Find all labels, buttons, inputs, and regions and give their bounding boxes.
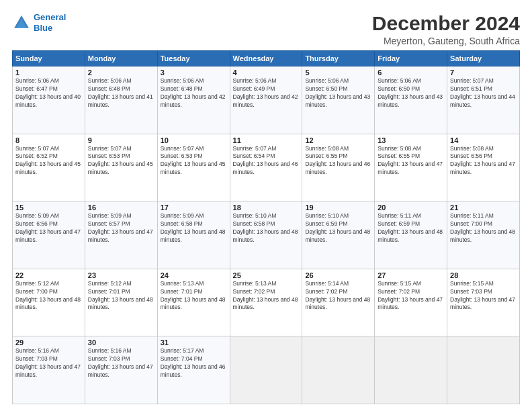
day-info: Sunrise: 5:13 AMSunset: 7:02 PMDaylight:… [233,280,300,312]
logo: General Blue [12,12,66,33]
day-number: 25 [233,271,300,279]
day-info: Sunrise: 5:10 AMSunset: 6:58 PMDaylight:… [233,212,300,244]
day-info: Sunrise: 5:07 AMSunset: 6:53 PMDaylight:… [161,145,227,177]
day-number: 21 [450,203,517,212]
day-number: 17 [161,203,227,212]
day-info: Sunrise: 5:10 AMSunset: 6:59 PMDaylight:… [305,212,371,244]
day-info: Sunrise: 5:06 AMSunset: 6:48 PMDaylight:… [161,77,227,109]
subtitle: Meyerton, Gauteng, South Africa [372,36,520,46]
calendar-cell [302,336,375,404]
day-info: Sunrise: 5:12 AMSunset: 7:01 PMDaylight:… [88,280,154,312]
day-number: 28 [450,271,517,279]
day-number: 30 [88,338,154,347]
day-number: 22 [15,271,82,279]
calendar-header-row: SundayMondayTuesdayWednesdayThursdayFrid… [13,51,520,66]
calendar-cell: 30Sunrise: 5:16 AMSunset: 7:03 PMDayligh… [85,336,157,404]
day-info: Sunrise: 5:09 AMSunset: 6:56 PMDaylight:… [15,212,82,244]
day-number: 13 [378,136,444,144]
day-number: 1 [15,68,82,77]
day-info: Sunrise: 5:16 AMSunset: 7:03 PMDaylight:… [15,347,82,379]
calendar-day-header: Thursday [302,51,375,66]
header: General Blue December 2024 Meyerton, Gau… [12,12,520,46]
calendar-day-header: Sunday [13,51,85,66]
calendar-cell: 1Sunrise: 5:06 AMSunset: 6:47 PMDaylight… [13,66,85,134]
day-info: Sunrise: 5:07 AMSunset: 6:53 PMDaylight:… [88,145,154,177]
day-number: 24 [161,271,227,279]
day-info: Sunrise: 5:13 AMSunset: 7:01 PMDaylight:… [161,280,227,312]
calendar-cell: 31Sunrise: 5:17 AMSunset: 7:04 PMDayligh… [157,336,230,404]
logo-text: General Blue [34,12,66,33]
calendar-cell: 17Sunrise: 5:09 AMSunset: 6:58 PMDayligh… [157,201,230,269]
day-number: 23 [88,271,154,279]
calendar-cell: 8Sunrise: 5:07 AMSunset: 6:52 PMDaylight… [13,134,85,201]
day-info: Sunrise: 5:07 AMSunset: 6:54 PMDaylight:… [233,145,300,177]
calendar-cell: 9Sunrise: 5:07 AMSunset: 6:53 PMDaylight… [85,134,157,201]
day-number: 3 [161,68,227,77]
day-info: Sunrise: 5:11 AMSunset: 7:00 PMDaylight:… [450,212,517,244]
calendar-cell: 3Sunrise: 5:06 AMSunset: 6:48 PMDaylight… [157,66,230,134]
calendar-cell: 22Sunrise: 5:12 AMSunset: 7:00 PMDayligh… [13,269,85,336]
calendar-cell: 21Sunrise: 5:11 AMSunset: 7:00 PMDayligh… [447,201,520,269]
day-info: Sunrise: 5:09 AMSunset: 6:57 PMDaylight:… [88,212,154,244]
calendar-cell [447,336,520,404]
day-number: 15 [15,203,82,212]
calendar-cell: 25Sunrise: 5:13 AMSunset: 7:02 PMDayligh… [230,269,302,336]
main-title: December 2024 [372,12,520,34]
day-info: Sunrise: 5:08 AMSunset: 6:55 PMDaylight:… [378,145,444,177]
calendar-cell: 28Sunrise: 5:15 AMSunset: 7:03 PMDayligh… [447,269,520,336]
calendar-cell: 19Sunrise: 5:10 AMSunset: 6:59 PMDayligh… [302,201,375,269]
day-info: Sunrise: 5:06 AMSunset: 6:50 PMDaylight:… [378,77,444,109]
calendar-cell: 18Sunrise: 5:10 AMSunset: 6:58 PMDayligh… [230,201,302,269]
day-info: Sunrise: 5:11 AMSunset: 6:59 PMDaylight:… [378,212,444,244]
day-info: Sunrise: 5:06 AMSunset: 6:50 PMDaylight:… [305,77,371,109]
day-info: Sunrise: 5:07 AMSunset: 6:51 PMDaylight:… [450,77,517,109]
day-info: Sunrise: 5:14 AMSunset: 7:02 PMDaylight:… [305,280,371,312]
calendar-cell: 7Sunrise: 5:07 AMSunset: 6:51 PMDaylight… [447,66,520,134]
calendar-day-header: Monday [85,51,157,66]
calendar-cell: 23Sunrise: 5:12 AMSunset: 7:01 PMDayligh… [85,269,157,336]
calendar-cell: 12Sunrise: 5:08 AMSunset: 6:55 PMDayligh… [302,134,375,201]
calendar-cell: 11Sunrise: 5:07 AMSunset: 6:54 PMDayligh… [230,134,302,201]
calendar-cell: 20Sunrise: 5:11 AMSunset: 6:59 PMDayligh… [375,201,447,269]
calendar-cell: 15Sunrise: 5:09 AMSunset: 6:56 PMDayligh… [13,201,85,269]
day-number: 31 [161,338,227,347]
day-info: Sunrise: 5:12 AMSunset: 7:00 PMDaylight:… [15,280,82,312]
day-info: Sunrise: 5:07 AMSunset: 6:52 PMDaylight:… [15,145,82,177]
calendar-cell [230,336,302,404]
calendar-cell: 26Sunrise: 5:14 AMSunset: 7:02 PMDayligh… [302,269,375,336]
day-info: Sunrise: 5:08 AMSunset: 6:55 PMDaylight:… [305,145,371,177]
day-info: Sunrise: 5:09 AMSunset: 6:58 PMDaylight:… [161,212,227,244]
day-info: Sunrise: 5:06 AMSunset: 6:47 PMDaylight:… [15,77,82,109]
day-number: 12 [305,136,371,144]
calendar-cell: 2Sunrise: 5:06 AMSunset: 6:48 PMDaylight… [85,66,157,134]
day-info: Sunrise: 5:08 AMSunset: 6:56 PMDaylight:… [450,145,517,177]
day-info: Sunrise: 5:15 AMSunset: 7:02 PMDaylight:… [378,280,444,312]
day-number: 9 [88,136,154,144]
day-info: Sunrise: 5:15 AMSunset: 7:03 PMDaylight:… [450,280,517,312]
calendar-cell: 27Sunrise: 5:15 AMSunset: 7:02 PMDayligh… [375,269,447,336]
day-number: 18 [233,203,300,212]
logo-blue: Blue [34,23,52,33]
day-info: Sunrise: 5:16 AMSunset: 7:03 PMDaylight:… [88,347,154,379]
calendar-cell: 10Sunrise: 5:07 AMSunset: 6:53 PMDayligh… [157,134,230,201]
day-number: 14 [450,136,517,144]
title-block: December 2024 Meyerton, Gauteng, South A… [372,12,520,46]
day-info: Sunrise: 5:06 AMSunset: 6:49 PMDaylight:… [233,77,300,109]
page: General Blue December 2024 Meyerton, Gau… [0,0,532,411]
day-number: 27 [378,271,444,279]
day-number: 2 [88,68,154,77]
calendar-cell: 5Sunrise: 5:06 AMSunset: 6:50 PMDaylight… [302,66,375,134]
day-number: 11 [233,136,300,144]
logo-general: General [34,12,66,22]
day-number: 4 [233,68,300,77]
calendar-day-header: Saturday [447,51,520,66]
day-number: 20 [378,203,444,212]
calendar-cell: 13Sunrise: 5:08 AMSunset: 6:55 PMDayligh… [375,134,447,201]
day-number: 8 [15,136,82,144]
day-number: 16 [88,203,154,212]
day-number: 10 [161,136,227,144]
calendar-table: SundayMondayTuesdayWednesdayThursdayFrid… [12,50,520,404]
day-number: 26 [305,271,371,279]
calendar-cell: 24Sunrise: 5:13 AMSunset: 7:01 PMDayligh… [157,269,230,336]
day-info: Sunrise: 5:06 AMSunset: 6:48 PMDaylight:… [88,77,154,109]
